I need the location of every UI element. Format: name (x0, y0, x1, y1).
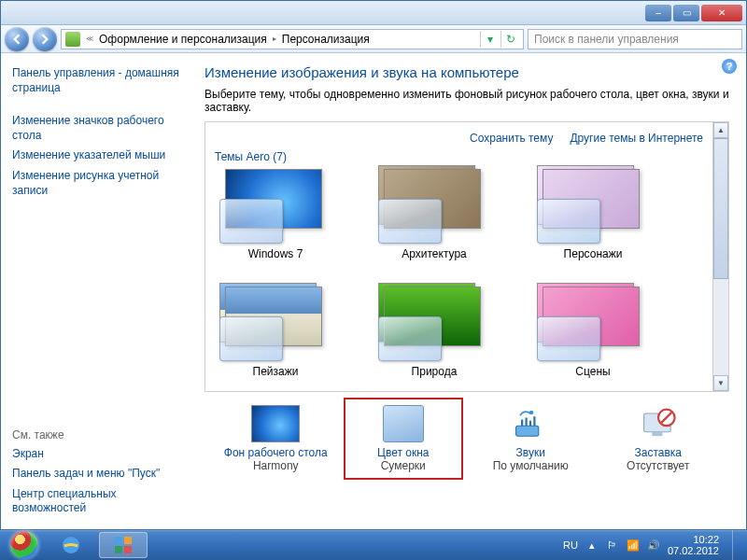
svg-rect-9 (115, 546, 122, 553)
screensaver-label: Заставка (634, 446, 682, 459)
svg-rect-8 (124, 537, 132, 544)
theme-thumb (219, 169, 331, 244)
help-button[interactable]: ? (722, 59, 737, 74)
aero-glass-icon (378, 316, 442, 361)
seealso-accessibility[interactable]: Центр специальных возможностей (12, 487, 186, 516)
theme-name: Персонажи (564, 247, 623, 260)
themes-box: Сохранить тему Другие темы в Интернете Т… (204, 121, 729, 392)
page-description: Выберите тему, чтобы одновременно измени… (204, 88, 729, 114)
search-input[interactable]: Поиск в панели управления (528, 29, 742, 49)
theme-thumb (219, 287, 331, 361)
window-color-button[interactable]: Цвет окна Сумерки (347, 401, 459, 476)
screensaver-button[interactable]: Заставка Отсутствует (602, 401, 714, 476)
tray-flag-icon[interactable]: 🏳 (606, 539, 619, 552)
chevron-icon: ≪ (86, 35, 93, 43)
close-button[interactable]: ✕ (701, 5, 742, 21)
start-orb-icon (10, 531, 38, 559)
show-desktop-button[interactable] (732, 530, 741, 560)
aero-glass-icon (219, 316, 283, 361)
aero-glass-icon (219, 199, 283, 244)
sounds-value: По умолчанию (493, 459, 569, 472)
theme-thumb (537, 169, 649, 244)
breadcrumb-appearance[interactable]: Оформление и персонализация (99, 33, 267, 46)
maximize-button[interactable]: ▭ (673, 5, 699, 21)
language-indicator[interactable]: RU (563, 539, 578, 551)
theme-thumb (537, 287, 649, 361)
svg-rect-7 (115, 537, 122, 544)
sidebar: Панель управления - домашняя страница Из… (1, 53, 197, 529)
system-tray: RU ▴ 🏳 📶 🔊 10:22 07.02.2012 (563, 530, 741, 560)
theme-name: Пейзажи (253, 365, 299, 378)
theme-thumb (378, 169, 490, 244)
seealso-display[interactable]: Экран (12, 447, 186, 462)
sidebar-link-account-picture[interactable]: Изменение рисунка учетной записи (12, 169, 186, 198)
sounds-label: Звуки (516, 446, 545, 459)
wallpaper-label: Фон рабочего стола (224, 446, 328, 459)
chevron-right-icon: ▸ (273, 35, 276, 43)
theme-name: Сцены (575, 365, 610, 378)
svg-rect-0 (516, 426, 539, 436)
aero-glass-icon (537, 199, 600, 244)
navbar: ≪ Оформление и персонализация ▸ Персонал… (1, 25, 746, 53)
control-panel-icon (65, 32, 80, 47)
address-bar[interactable]: ≪ Оформление и персонализация ▸ Персонал… (61, 29, 524, 49)
taskbar-ie-button[interactable] (47, 532, 95, 558)
see-also-header: См. также (12, 428, 186, 441)
theme-thumb (378, 287, 490, 361)
start-button[interactable] (6, 531, 43, 559)
sounds-icon (506, 405, 555, 442)
tray-chevron-icon[interactable]: ▴ (585, 539, 599, 552)
sidebar-link-desktop-icons[interactable]: Изменение значков рабочего стола (12, 114, 186, 143)
theme-pers[interactable]: Персонажи (532, 169, 654, 260)
screensaver-icon (634, 405, 683, 442)
refresh-button[interactable]: ↻ (500, 31, 519, 48)
bottom-row: Фон рабочего стола Harmony Цвет окна Сум… (204, 401, 729, 480)
desktop-background-button[interactable]: Фон рабочего стола Harmony (219, 401, 331, 476)
scrollbar[interactable]: ▲ ▼ (712, 122, 728, 391)
titlebar: – ▭ ✕ (1, 1, 746, 25)
forward-button[interactable] (33, 27, 57, 51)
minimize-button[interactable]: – (645, 5, 671, 21)
more-themes-link[interactable]: Другие темы в Интернете (570, 132, 703, 145)
theme-win7[interactable]: Windows 7 (215, 169, 336, 260)
sidebar-home-link[interactable]: Панель управления - домашняя страница (12, 66, 186, 95)
tray-network-icon[interactable]: 📶 (627, 539, 640, 552)
page-title: Изменение изображения и звука на компьют… (204, 64, 729, 80)
aero-group-label: Темы Aero (7) (215, 150, 703, 163)
clock-time: 10:22 (668, 534, 719, 545)
wallpaper-icon (251, 405, 300, 442)
svg-rect-10 (124, 546, 132, 553)
main-pane: ? Изменение изображения и звука на компь… (197, 53, 746, 529)
scroll-down-button[interactable]: ▼ (713, 375, 728, 391)
breadcrumb-personalization[interactable]: Персонализация (282, 33, 370, 46)
theme-name: Архитектура (402, 247, 467, 260)
theme-arch[interactable]: Архитектура (374, 169, 495, 260)
theme-land[interactable]: Пейзажи (215, 287, 336, 378)
sounds-button[interactable]: Звуки По умолчанию (474, 401, 586, 476)
save-theme-link[interactable]: Сохранить тему (470, 132, 553, 145)
screensaver-value: Отсутствует (627, 459, 689, 472)
window-color-icon (383, 405, 424, 442)
dropdown-icon[interactable]: ▾ (480, 31, 499, 48)
scroll-thumb[interactable] (713, 138, 728, 279)
scroll-up-button[interactable]: ▲ (713, 122, 728, 138)
wallpaper-value: Harmony (253, 459, 299, 472)
seealso-taskbar[interactable]: Панель задач и меню "Пуск" (12, 467, 186, 482)
svg-rect-3 (652, 432, 662, 436)
theme-name: Windows 7 (248, 247, 303, 260)
explorer-window: – ▭ ✕ ≪ Оформление и персонализация ▸ Пе… (0, 0, 747, 530)
window-color-value: Сумерки (381, 459, 426, 472)
taskbar-explorer-button[interactable] (99, 532, 148, 558)
tray-clock[interactable]: 10:22 07.02.2012 (668, 534, 719, 556)
back-button[interactable] (5, 27, 29, 51)
clock-date: 07.02.2012 (668, 545, 719, 556)
window-color-label: Цвет окна (377, 446, 429, 459)
svg-point-1 (529, 411, 533, 414)
theme-nat[interactable]: Природа (374, 287, 495, 378)
theme-scen[interactable]: Сцены (532, 287, 654, 378)
search-placeholder: Поиск в панели управления (534, 33, 679, 46)
aero-glass-icon (537, 316, 600, 361)
sidebar-link-mouse-pointers[interactable]: Изменение указателей мыши (12, 148, 186, 163)
theme-name: Природа (412, 365, 458, 378)
tray-volume-icon[interactable]: 🔊 (647, 539, 660, 552)
